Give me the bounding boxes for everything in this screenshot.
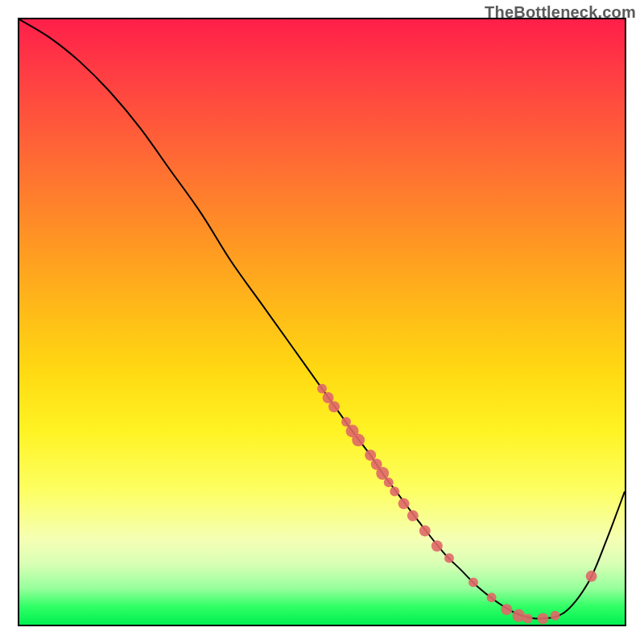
bottleneck-curve xyxy=(19,19,625,619)
data-point xyxy=(586,571,597,582)
data-point xyxy=(469,577,478,587)
data-point xyxy=(365,449,376,460)
data-point xyxy=(487,592,497,602)
data-point xyxy=(501,604,512,615)
data-point xyxy=(376,467,389,480)
data-point xyxy=(537,613,548,624)
data-point xyxy=(431,540,443,551)
plot-area xyxy=(18,18,626,626)
data-point xyxy=(407,510,419,522)
data-point xyxy=(390,487,399,497)
data-point xyxy=(551,611,560,621)
data-point xyxy=(317,384,327,394)
data-point xyxy=(512,609,525,622)
data-point xyxy=(352,434,365,447)
curve-svg xyxy=(19,19,625,625)
data-point xyxy=(444,553,454,563)
data-point xyxy=(384,477,394,487)
data-point xyxy=(398,498,410,510)
data-point xyxy=(328,401,340,412)
chart-container: TheBottleneck.com xyxy=(0,0,644,644)
data-points xyxy=(317,384,597,625)
data-point xyxy=(523,613,533,623)
data-point xyxy=(419,525,431,536)
